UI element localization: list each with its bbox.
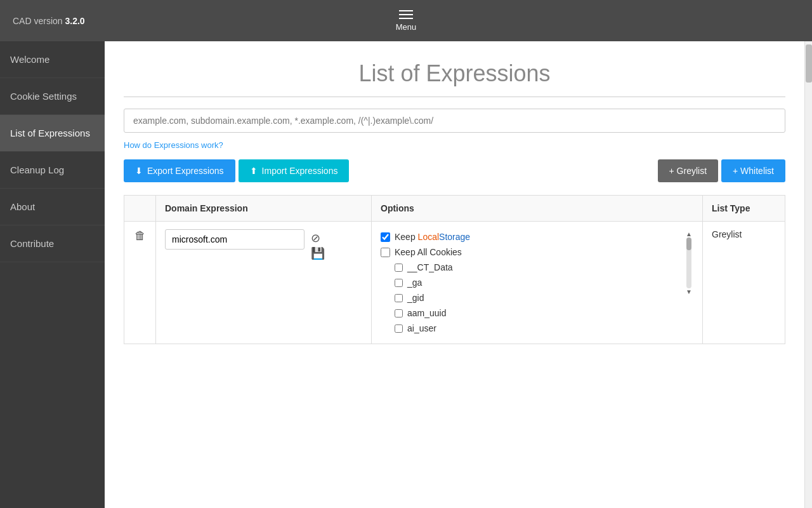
sidebar-item-welcome[interactable]: Welcome — [0, 41, 105, 78]
block-icon[interactable]: ⊘ — [311, 232, 325, 244]
options-content: Keep LocalStorage Keep All Cookies — [381, 229, 684, 336]
scroll-up-arrow[interactable]: ▲ — [686, 231, 692, 237]
sidebar-item-about[interactable]: About — [0, 189, 105, 225]
keep-localstorage-option: Keep LocalStorage — [381, 229, 684, 244]
keep-all-cookies-checkbox[interactable] — [381, 248, 390, 257]
toolbar-left: ⬇ Export Expressions ⬆ Import Expression… — [124, 159, 349, 182]
sidebar-item-cleanup-log[interactable]: Cleanup Log — [0, 152, 105, 189]
col-header-delete — [124, 196, 156, 222]
cookie-item-gid: _gid — [395, 290, 684, 305]
toolbar-right: + Greylist + Whitelist — [658, 159, 785, 182]
table-row: 🗑 ⊘ 💾 — [124, 222, 785, 344]
cookie-checkbox-ga[interactable] — [395, 279, 403, 287]
scrollbar-track — [686, 237, 691, 288]
help-link[interactable]: How do Expressions work? — [124, 140, 223, 150]
keep-localstorage-checkbox[interactable] — [381, 232, 390, 242]
delete-cell: 🗑 — [124, 222, 156, 344]
domain-cell: ⊘ 💾 — [156, 222, 372, 344]
options-scroll-area: Keep LocalStorage Keep All Cookies — [381, 229, 693, 336]
cookie-item-ai-user: ai_user — [395, 321, 684, 336]
import-button[interactable]: ⬆ Import Expressions — [239, 159, 350, 182]
cookie-checkbox-ai-user[interactable] — [395, 324, 403, 333]
toolbar: ⬇ Export Expressions ⬆ Import Expression… — [124, 159, 785, 182]
expression-search-input[interactable] — [124, 109, 785, 133]
import-icon: ⬆ — [250, 166, 258, 176]
keep-all-cookies-option: Keep All Cookies — [381, 244, 684, 260]
save-icon[interactable]: 💾 — [311, 248, 325, 259]
add-greylist-button[interactable]: + Greylist — [658, 159, 719, 182]
domain-input[interactable] — [165, 229, 304, 250]
sidebar-item-contribute[interactable]: Contribute — [0, 225, 105, 262]
sidebar-item-list-of-expressions[interactable]: List of Expressions — [0, 115, 105, 152]
hamburger-icon — [399, 10, 413, 19]
page-scrollbar[interactable] — [804, 41, 812, 508]
add-whitelist-button[interactable]: + Whitelist — [721, 159, 785, 182]
expressions-table: Domain Expression Options List Type 🗑 — [124, 195, 785, 344]
cookie-item-ct-data: __CT_Data — [395, 260, 684, 275]
col-header-domain: Domain Expression — [156, 196, 372, 222]
cookie-item-aam-uuid: aam_uuid — [395, 305, 684, 321]
listtype-cell: Greylist — [703, 222, 785, 344]
domain-cell-inner: ⊘ 💾 — [165, 229, 362, 259]
menu-label: Menu — [396, 22, 417, 32]
options-scrollbar[interactable]: ▲ ▼ — [684, 229, 693, 336]
export-icon: ⬇ — [135, 166, 143, 176]
topbar: CAD version 3.2.0 Menu — [0, 0, 812, 41]
cookie-item-ga: _ga — [395, 275, 684, 290]
page-title: List of Expressions — [124, 60, 785, 87]
cookie-checkbox-ct-data[interactable] — [395, 264, 403, 272]
col-header-listtype: List Type — [703, 196, 785, 222]
sidebar-item-cookie-settings[interactable]: Cookie Settings — [0, 78, 105, 115]
options-cell: Keep LocalStorage Keep All Cookies — [372, 222, 703, 344]
page-scrollbar-thumb[interactable] — [806, 44, 812, 83]
app-title: CAD version 3.2.0 — [13, 16, 85, 26]
main-content: List of Expressions How do Expressions w… — [105, 41, 804, 508]
sidebar: Welcome Cookie Settings List of Expressi… — [0, 41, 105, 508]
export-button[interactable]: ⬇ Export Expressions — [124, 159, 235, 182]
title-divider — [124, 97, 785, 97]
layout: Welcome Cookie Settings List of Expressi… — [0, 41, 812, 508]
scroll-down-arrow[interactable]: ▼ — [686, 288, 692, 295]
cookie-checkbox-aam-uuid[interactable] — [395, 309, 403, 318]
menu-button[interactable]: Menu — [396, 10, 417, 32]
scrollbar-thumb[interactable] — [686, 237, 691, 250]
delete-button[interactable]: 🗑 — [134, 229, 146, 242]
cookie-checkbox-gid[interactable] — [395, 294, 403, 302]
col-header-options: Options — [372, 196, 703, 222]
cookie-list: __CT_Data _ga _gid — [395, 260, 684, 336]
domain-actions: ⊘ 💾 — [311, 232, 325, 259]
